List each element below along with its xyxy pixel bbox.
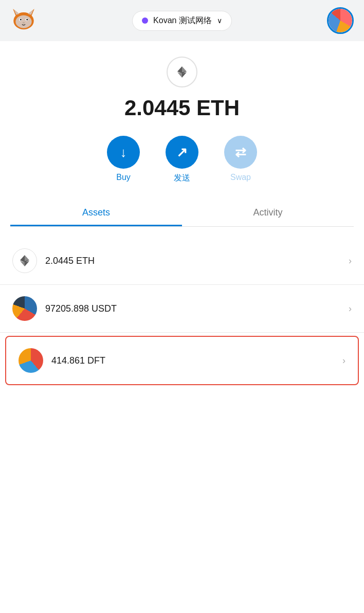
svg-point-10 (23, 22, 25, 24)
dft-asset-amount: 414.861 DFT (51, 355, 342, 366)
send-icon: ↗ (176, 145, 188, 160)
buy-action[interactable]: ↓ Buy (107, 136, 140, 182)
eth-coin-icon (17, 254, 32, 268)
tabs: Assets Activity (10, 199, 354, 227)
send-button-circle[interactable]: ↗ (166, 136, 198, 169)
balance-display: 2.0445 ETH (124, 96, 240, 120)
avatar[interactable] (327, 7, 354, 34)
svg-point-9 (26, 19, 28, 20)
swap-icon: ⇄ (235, 145, 246, 160)
usdt-asset-icon (12, 296, 37, 321)
swap-button-circle[interactable]: ⇄ (224, 136, 257, 169)
asset-list: 2.0445 ETH › 97205.898 USDT › 414.861 DF… (0, 237, 364, 385)
chevron-down-icon: ∨ (217, 16, 222, 25)
asset-row-usdt[interactable]: 97205.898 USDT › (0, 285, 364, 333)
network-status-dot (142, 17, 148, 24)
send-action[interactable]: ↗ 发送 (166, 136, 198, 184)
eth-asset-amount: 2.0445 ETH (45, 256, 349, 266)
dft-chevron-icon: › (342, 355, 345, 366)
action-buttons: ↓ Buy ↗ 发送 ⇄ Swap (107, 136, 257, 184)
network-name: Kovan 测试网络 (153, 15, 212, 26)
tab-activity[interactable]: Activity (182, 199, 354, 226)
network-selector[interactable]: Kovan 测试网络 ∨ (132, 11, 232, 31)
usdt-asset-amount: 97205.898 USDT (45, 303, 349, 314)
usdt-chevron-icon: › (349, 303, 352, 314)
buy-icon: ↓ (120, 145, 127, 160)
main-content: 2.0445 ETH ↓ Buy ↗ 发送 ⇄ S (0, 41, 364, 613)
tab-assets[interactable]: Assets (10, 199, 182, 226)
swap-action[interactable]: ⇄ Swap (224, 136, 257, 182)
asset-row-dft[interactable]: 414.861 DFT › (5, 336, 359, 385)
eth-logo-container (167, 57, 197, 87)
swap-label: Swap (230, 173, 251, 182)
avatar-image (329, 9, 352, 32)
buy-button-circle[interactable]: ↓ (107, 136, 140, 169)
eth-chevron-icon: › (349, 256, 352, 266)
asset-row-eth[interactable]: 2.0445 ETH › (0, 237, 364, 285)
ethereum-icon (175, 65, 189, 79)
eth-asset-icon (12, 248, 37, 273)
send-label: 发送 (174, 173, 190, 184)
balance-section: 2.0445 ETH ↓ Buy ↗ 发送 ⇄ S (0, 41, 364, 237)
header: Kovan 测试网络 ∨ (0, 0, 364, 41)
svg-point-8 (20, 19, 22, 20)
buy-label: Buy (116, 173, 131, 182)
metamask-logo (10, 6, 37, 35)
svg-point-5 (15, 15, 31, 28)
dft-asset-icon (19, 348, 43, 373)
